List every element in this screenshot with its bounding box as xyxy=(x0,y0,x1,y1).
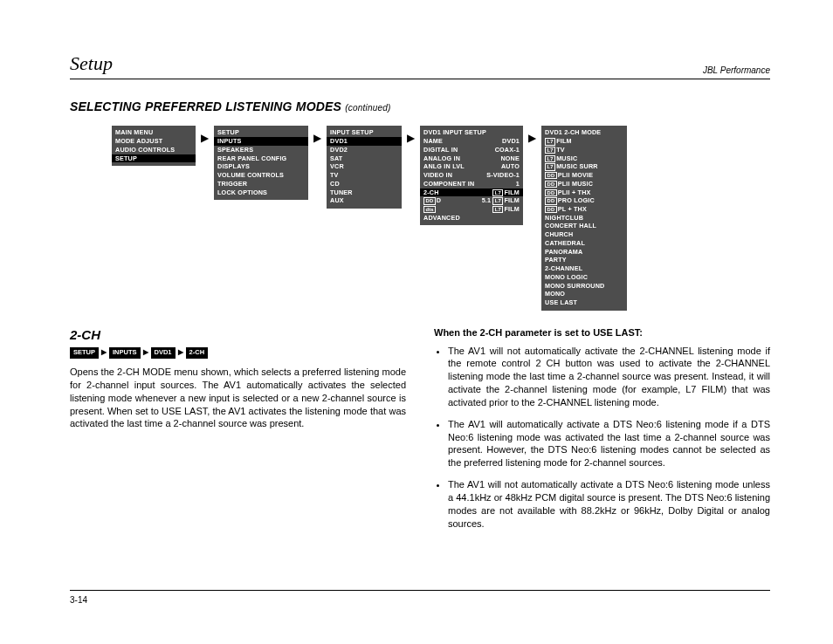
left-paragraph: Opens the 2-CH MODE menu shown, which se… xyxy=(70,366,406,430)
two-column-body: 2-CH SETUP▶INPUTS▶DVD1▶2-CH Opens the 2-… xyxy=(70,326,770,539)
left-column: 2-CH SETUP▶INPUTS▶DVD1▶2-CH Opens the 2-… xyxy=(70,326,406,539)
section-title-text: SELECTING PREFERRED LISTENING MODES xyxy=(70,99,341,113)
section-continued: (continued) xyxy=(345,103,390,113)
breadcrumb: SETUP▶INPUTS▶DVD1▶2-CH xyxy=(70,347,406,359)
menu-setup: SETUPINPUTSSPEAKERSREAR PANEL CONFIGDISP… xyxy=(214,126,308,201)
page-header: Setup JBL Performance xyxy=(70,51,770,79)
arrow-icon: ▶ xyxy=(523,126,541,143)
arrow-icon: ▶ xyxy=(402,126,420,143)
bullet-item: The AV1 will not automatically activate … xyxy=(448,478,770,530)
left-subhead: 2-CH xyxy=(70,326,406,344)
section-title: SELECTING PREFERRED LISTENING MODES (con… xyxy=(70,99,770,115)
menu-main: MAIN MENUMODE ADJUSTAUDIO CONTROLSSETUP xyxy=(112,126,196,167)
crumb-dvd1: DVD1 xyxy=(151,347,176,359)
arrow-icon: ▶ xyxy=(143,348,148,358)
arrow-icon: ▶ xyxy=(308,126,327,143)
page-number: 3-14 xyxy=(70,595,87,605)
menu-dvd1-input-setup: DVD1 INPUT SETUPNAMEDVD1DIGITAL INCOAX-1… xyxy=(420,126,523,226)
crumb-setup: SETUP xyxy=(70,347,99,359)
arrow-icon: ▶ xyxy=(178,348,183,358)
menu-path-row: MAIN MENUMODE ADJUSTAUDIO CONTROLSSETUP … xyxy=(112,126,770,311)
crumb-inputs: INPUTS xyxy=(109,347,141,359)
bullet-item: The AV1 will not automatically activate … xyxy=(448,345,770,409)
header-brand: JBL Performance xyxy=(703,65,770,77)
bullet-item: The AV1 will automatically activate a DT… xyxy=(448,418,770,469)
header-chapter: Setup xyxy=(70,51,113,77)
crumb-2-ch: 2-CH xyxy=(186,347,209,359)
page-footer: 3-14 xyxy=(70,590,770,606)
menu-input-setup: INPUT SETUPDVD1DVD2SATVCRTVCDTUNERAUX xyxy=(327,126,402,209)
arrow-icon: ▶ xyxy=(101,348,107,358)
arrow-icon: ▶ xyxy=(196,126,214,143)
right-subhead: When the 2-CH parameter is set to USE LA… xyxy=(434,326,770,339)
right-column: When the 2-CH parameter is set to USE LA… xyxy=(434,326,770,539)
menu-dvd1-2ch-mode: DVD1 2-CH MODEL7FILML7TVL7MUSICL7MUSIC S… xyxy=(541,126,627,311)
right-bullet-list: The AV1 will not automatically activate … xyxy=(434,345,770,531)
